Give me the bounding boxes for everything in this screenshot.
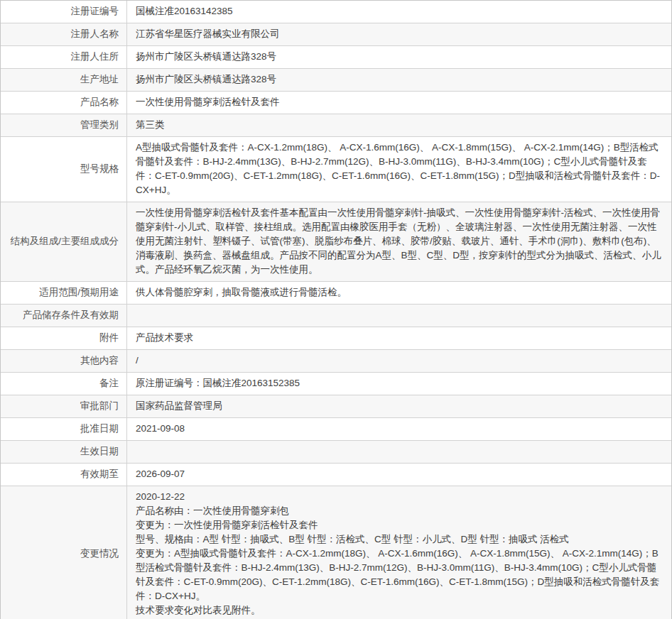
row-attachments: 附件 产品技术要求 xyxy=(1,327,671,350)
field-label: 适用范围/预期用途 xyxy=(1,282,127,304)
field-label: 产品名称 xyxy=(1,92,127,114)
row-product-name: 产品名称 一次性使用骨髓穿刺活检针及套件 xyxy=(1,92,671,114)
field-value: 扬州市广陵区头桥镇通达路328号 xyxy=(127,69,671,91)
row-approval-department: 审批部门 国家药品监督管理局 xyxy=(1,395,671,418)
field-value: 产品技术要求 xyxy=(127,327,671,349)
field-value: 2026-09-07 xyxy=(127,464,671,486)
field-label: 备注 xyxy=(1,373,127,395)
field-value: 国家药品监督管理局 xyxy=(127,395,671,417)
field-value: 一次性使用骨髓穿刺活检针及套件基本配置由一次性使用骨髓穿刺针-抽吸式、一次性使用… xyxy=(127,202,671,281)
field-value: 第三类 xyxy=(127,114,671,136)
field-value: 江苏省华星医疗器械实业有限公司 xyxy=(127,23,671,45)
field-value: / xyxy=(127,350,671,372)
row-registrant-address: 注册人住所 扬州市广陵区头桥镇通达路328号 xyxy=(1,46,671,69)
row-effective-date: 生效日期 xyxy=(1,441,671,464)
field-label: 型号规格 xyxy=(1,137,127,202)
field-value xyxy=(127,305,671,327)
field-label: 变更情况 xyxy=(1,486,127,619)
change-line: 型号、规格由：A型 针型：抽吸式、B型 针型：活检式、C型 针型：小儿式、D型 … xyxy=(136,532,663,547)
field-label: 附件 xyxy=(1,327,127,349)
row-cert-number: 注册证编号 国械注准20163142385 xyxy=(1,1,671,23)
field-value xyxy=(127,441,671,463)
registration-info-table: 注册证编号 国械注准20163142385 注册人名称 江苏省华星医疗器械实业有… xyxy=(0,0,672,619)
field-value: A型抽吸式骨髓针及套件：A-CX-1.2mm(18G)、 A-CX-1.6mm(… xyxy=(127,137,671,202)
row-storage-validity: 产品储存条件及有效期 xyxy=(1,305,671,327)
field-value: 扬州市广陵区头桥镇通达路328号 xyxy=(127,46,671,68)
row-structure-composition: 结构及组成/主要组成成分 一次性使用骨髓穿刺活检针及套件基本配置由一次性使用骨髓… xyxy=(1,202,671,282)
row-other-content: 其他内容 / xyxy=(1,350,671,373)
field-label: 结构及组成/主要组成成分 xyxy=(1,202,127,281)
field-label: 注册人住所 xyxy=(1,46,127,68)
row-production-address: 生产地址 扬州市广陵区头桥镇通达路328号 xyxy=(1,69,671,92)
change-line: 技术要求变化对比表见附件。 xyxy=(136,603,663,618)
field-label: 注册证编号 xyxy=(1,1,127,23)
field-label: 批准日期 xyxy=(1,418,127,440)
field-label: 其他内容 xyxy=(1,350,127,372)
change-line: 变更为：A型抽吸式骨髓针及套件：A-CX-1.2mm(18G)、 A-CX-1.… xyxy=(136,547,663,603)
field-label: 有效期至 xyxy=(1,464,127,486)
row-expiry-date: 有效期至 2026-09-07 xyxy=(1,464,671,486)
row-remarks: 备注 原注册证编号：国械注准20163152385 xyxy=(1,373,671,395)
row-model-specs: 型号规格 A型抽吸式骨髓针及套件：A-CX-1.2mm(18G)、 A-CX-1… xyxy=(1,137,671,202)
field-label: 管理类别 xyxy=(1,114,127,136)
field-value: 一次性使用骨髓穿刺活检针及套件 xyxy=(127,92,671,114)
row-change-details: 变更情况 2020-12-22 产品名称由：一次性使用骨髓穿刺包 变更为：一次性… xyxy=(1,486,671,619)
field-value: 2021-09-08 xyxy=(127,418,671,440)
field-value: 原注册证编号：国械注准20163152385 xyxy=(127,373,671,395)
field-label: 产品储存条件及有效期 xyxy=(1,305,127,327)
field-label: 审批部门 xyxy=(1,395,127,417)
field-label: 生效日期 xyxy=(1,441,127,463)
field-value: 2020-12-22 产品名称由：一次性使用骨髓穿刺包 变更为：一次性使用骨髓穿… xyxy=(127,486,671,619)
field-label: 生产地址 xyxy=(1,69,127,91)
row-management-category: 管理类别 第三类 xyxy=(1,114,671,137)
row-intended-use: 适用范围/预期用途 供人体骨髓腔穿刺，抽取骨髓液或进行骨髓活检。 xyxy=(1,282,671,305)
change-line: 变更为：一次性使用骨髓穿刺活检针及套件 xyxy=(136,518,663,532)
field-label: 注册人名称 xyxy=(1,23,127,45)
field-value: 供人体骨髓腔穿刺，抽取骨髓液或进行骨髓活检。 xyxy=(127,282,671,304)
change-line: 产品名称由：一次性使用骨髓穿刺包 xyxy=(136,504,663,518)
row-approval-date: 批准日期 2021-09-08 xyxy=(1,418,671,441)
row-registrant-name: 注册人名称 江苏省华星医疗器械实业有限公司 xyxy=(1,23,671,46)
change-line: 2020-12-22 xyxy=(136,490,663,504)
field-value: 国械注准20163142385 xyxy=(127,1,671,23)
